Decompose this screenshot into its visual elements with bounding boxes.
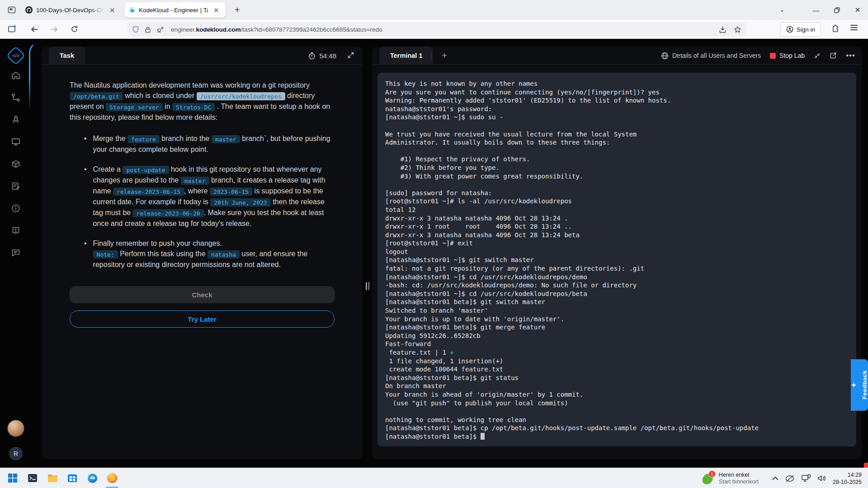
tracking-shield-icon[interactable] [132, 26, 139, 33]
url-bar[interactable]: engineer.kodekloud.com/task?id=680787723… [127, 22, 746, 37]
kodekloud-favicon [129, 6, 135, 14]
info-icon[interactable] [7, 199, 25, 217]
terminal-line [385, 122, 849, 130]
lab-area: </> R Task 54:48 [0, 39, 868, 468]
panel-splitter-handle[interactable] [366, 282, 370, 290]
terminal-line: create mode 100644 feature.txt [385, 365, 849, 374]
terminal-line: #1) Respect the privacy of others. [385, 155, 849, 164]
home-icon[interactable] [7, 66, 25, 84]
terminal-line [385, 147, 849, 155]
volume-icon[interactable] [817, 474, 826, 482]
terminal-line: logout [385, 248, 849, 256]
stopwatch-icon [308, 52, 316, 60]
back-button[interactable] [27, 22, 42, 37]
lock-icon[interactable] [145, 26, 151, 33]
open-in-new-icon[interactable] [830, 52, 837, 59]
profile-badge[interactable]: R [9, 447, 23, 460]
try-later-button[interactable]: Try Later [70, 310, 335, 328]
terminal-line: On branch master [385, 382, 849, 390]
globe-icon [661, 52, 669, 60]
feedback-button[interactable]: Feedback [851, 359, 868, 411]
extensions-icon[interactable] [831, 24, 840, 33]
terminal-output[interactable]: This key is not known by any other names… [377, 73, 856, 446]
terminal-line: Administrator. It usually boils down to … [385, 138, 849, 147]
window-controls: — ✕ [806, 0, 868, 20]
browser-tab-kodekloud[interactable]: KodeKloud - Engineer | Task ✕ [124, 2, 226, 18]
rocket-icon[interactable] [7, 111, 25, 129]
downloads-icon[interactable] [719, 26, 726, 33]
stop-lab-button[interactable]: Stop Lab [770, 52, 805, 59]
new-terminal-button[interactable]: + [438, 49, 451, 62]
terminal-line: [natasha@ststor01 beta]$ git status [385, 374, 849, 382]
terminal-panel: Terminal 1 + Details of all Users and Se… [372, 47, 862, 459]
terminal-line: Updating 5912c26..65282cb [385, 332, 849, 340]
kodekloud-logo[interactable]: </> [6, 46, 25, 65]
tab-close-icon[interactable]: ✕ [108, 6, 117, 14]
window-restore-button[interactable] [826, 0, 847, 20]
playground-monitor-icon[interactable] [7, 133, 25, 151]
firefox-icon[interactable] [102, 468, 122, 488]
stop-lab-label: Stop Lab [779, 52, 805, 59]
collapse-panel-icon[interactable] [814, 52, 821, 59]
sign-in-button[interactable]: Sign in [780, 22, 821, 37]
user-avatar[interactable] [7, 420, 24, 437]
details-users-servers-button[interactable]: Details of all Users and Servers [661, 52, 761, 60]
details-label: Details of all Users and Servers [672, 52, 761, 59]
task-panel-header: Task 54:48 [42, 47, 363, 65]
task-tab[interactable]: Task [49, 47, 85, 65]
check-button[interactable]: Check [70, 286, 335, 303]
window-minimize-button[interactable]: — [806, 0, 826, 20]
terminal-line: nothing to commit, working tree clean [385, 416, 849, 424]
reload-button[interactable] [67, 22, 81, 37]
clock[interactable]: 14:29 28-10-2025 [833, 471, 862, 486]
browser-tabstrip: 100-Days-Of-DevOps-Challenge ✕ KodeKloud… [0, 0, 868, 20]
firefox-view-icon[interactable] [5, 4, 18, 16]
tab-close-icon[interactable]: ✕ [212, 6, 221, 14]
terminal-line: [natasha@ststor01 ~]$ git switch master [385, 256, 849, 264]
window-close-button[interactable]: ✕ [847, 0, 868, 20]
sign-in-label: Sign in [797, 26, 815, 33]
learning-path-icon[interactable] [7, 89, 25, 107]
terminal-line: feature.txt | 1 + [385, 348, 849, 357]
start-button[interactable] [3, 468, 23, 488]
tray-expand-icon[interactable] [772, 476, 778, 480]
github-icon [25, 6, 33, 14]
eye-slash-icon[interactable] [785, 474, 795, 483]
terminal-tab[interactable]: Terminal 1 [379, 47, 433, 65]
task-bullet: •Finally remember to push your changes.N… [70, 238, 335, 270]
file-explorer-icon[interactable] [42, 468, 62, 488]
bookmark-star-icon[interactable] [734, 26, 741, 33]
notification-subtitle: Start binnenkort [719, 479, 759, 485]
chat-icon[interactable] [7, 244, 25, 262]
expand-panel-icon[interactable] [347, 52, 354, 59]
terminal-line [385, 180, 849, 189]
docs-book-icon[interactable] [7, 221, 25, 239]
profile-initial: R [14, 450, 18, 457]
new-tab-button[interactable]: + [230, 3, 245, 17]
forward-button[interactable] [47, 22, 61, 37]
notification-title: Heren enkel [719, 472, 759, 479]
timer-value: 54:48 [319, 52, 336, 60]
more-options-icon[interactable]: ••• [846, 51, 855, 60]
terminal-line: Warning: Permanently added 'ststor01' (E… [385, 96, 849, 105]
package-icon[interactable] [7, 155, 25, 173]
taskbar-app-dark-icon[interactable] [23, 468, 42, 488]
task-bullet: •Create a post-update hook in this git r… [70, 164, 335, 229]
permissions-icon[interactable] [156, 26, 165, 33]
assessment-icon[interactable] [7, 177, 25, 195]
tray-notification[interactable]: 1 Heren enkel Start binnenkort [701, 472, 759, 485]
notification-badge: 1 [708, 470, 716, 478]
store-icon[interactable] [62, 468, 82, 488]
system-tray: 1 Heren enkel Start binnenkort 14:29 [701, 468, 868, 488]
list-all-tabs-icon[interactable]: ⌄ [773, 6, 791, 13]
sidebar-toggle-icon[interactable] [5, 22, 19, 37]
menu-hamburger-icon[interactable] [850, 24, 858, 31]
browser-tab-github[interactable]: 100-Days-Of-DevOps-Challenge ✕ [21, 2, 122, 18]
edge-icon[interactable] [82, 468, 102, 488]
network-icon[interactable] [801, 474, 811, 483]
terminal-line: (use "git push" to publish your local co… [385, 399, 849, 408]
terminal-line: Your branch is up to date with 'origin/m… [385, 315, 849, 324]
terminal-line: [natasha@ststor01 ~]$ sudo su - [385, 113, 849, 122]
clock-date: 28-10-2025 [833, 479, 862, 486]
terminal-line: #3) With great power comes great respons… [385, 172, 849, 181]
